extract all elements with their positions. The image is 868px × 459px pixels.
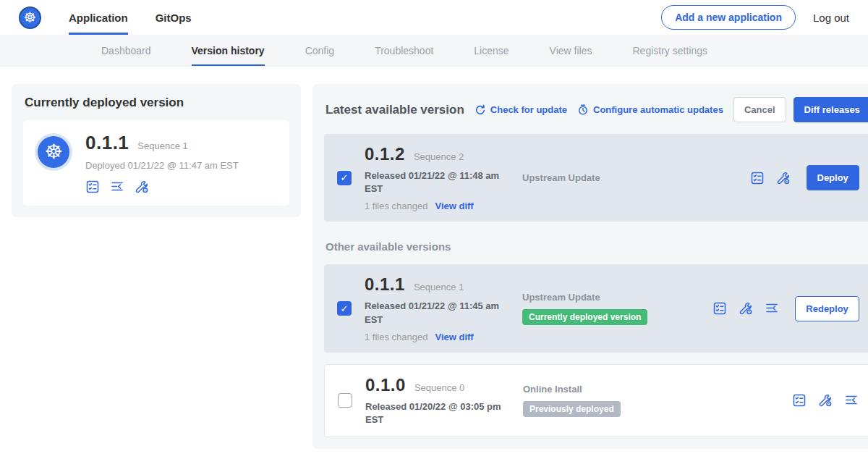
version-info: 0.1.1 Sequence 1 Released 01/21/22 @ 11:… <box>365 274 522 342</box>
tab-dashboard[interactable]: Dashboard <box>101 35 151 66</box>
version-source: Upstream Update Currently deployed versi… <box>522 292 680 325</box>
version-select-checkbox[interactable] <box>338 393 352 408</box>
view-diff-link[interactable]: View diff <box>435 201 473 211</box>
version-number: 0.1.0 <box>365 375 406 395</box>
sequence-label: Sequence 1 <box>414 282 464 292</box>
top-tab-application[interactable]: Application <box>69 0 128 35</box>
configure-automatic-updates-label: Configure automatic updates <box>593 104 723 115</box>
deployed-sequence-label: Sequence 1 <box>137 140 187 151</box>
version-row: 0.1.0 Sequence 0 Released 01/20/22 @ 03:… <box>324 364 868 437</box>
tab-version-history[interactable]: Version history <box>192 35 265 66</box>
version-actions: Redeploy <box>712 296 859 321</box>
version-info: 0.1.2 Sequence 2 Released 01/21/22 @ 11:… <box>365 144 522 211</box>
deployed-version-number: 0.1.1 <box>85 132 129 154</box>
version-number: 0.1.2 <box>365 144 405 164</box>
diff-controls: Cancel Diff releases <box>733 97 868 122</box>
release-notes-icon[interactable] <box>792 393 807 408</box>
released-timestamp: Released 01/20/22 @ 03:05 pm EST <box>365 400 510 426</box>
currently-deployed-badge: Currently deployed version <box>522 309 647 325</box>
version-actions <box>792 393 859 408</box>
config-icon[interactable] <box>739 301 753 316</box>
config-icon[interactable] <box>818 393 833 408</box>
released-timestamp: Released 01/21/22 @ 11:48 am EST <box>365 169 509 195</box>
check-for-update-label: Check for update <box>490 104 567 115</box>
tab-troubleshoot[interactable]: Troubleshoot <box>375 35 433 66</box>
redeploy-button[interactable]: Redeploy <box>795 296 859 321</box>
main-content: Currently deployed version 0.1.1 Sequenc… <box>0 67 868 459</box>
version-source: Upstream Update <box>522 172 680 183</box>
configure-automatic-updates-link[interactable]: Configure automatic updates <box>577 104 723 116</box>
app-logo-icon <box>38 136 69 168</box>
source-label: Online Install <box>523 384 681 395</box>
currently-deployed-card: Currently deployed version 0.1.1 Sequenc… <box>12 84 301 217</box>
source-label: Upstream Update <box>522 172 680 183</box>
deployed-version-tile: 0.1.1 Sequence 1 Deployed 01/21/22 @ 11:… <box>23 120 289 206</box>
add-new-application-button[interactable]: Add a new application <box>661 5 796 30</box>
tab-view-files[interactable]: View files <box>550 35 592 66</box>
tab-license[interactable]: License <box>474 35 509 66</box>
latest-version-panel: Latest available version Check for updat… <box>312 84 868 449</box>
latest-version-title: Latest available version <box>326 103 464 117</box>
release-notes-icon[interactable] <box>712 301 727 316</box>
logs-icon[interactable] <box>844 393 859 408</box>
deployed-timestamp: Deployed 01/21/22 @ 11:47 am EST <box>85 160 239 171</box>
config-icon[interactable] <box>135 180 149 194</box>
release-notes-icon[interactable] <box>85 180 100 194</box>
app-subnav: Dashboard Version history Config Trouble… <box>0 35 868 67</box>
deploy-button[interactable]: Deploy <box>807 165 859 190</box>
release-notes-icon[interactable] <box>750 171 765 185</box>
diff-releases-button[interactable]: Diff releases <box>793 97 868 122</box>
tab-config[interactable]: Config <box>305 35 334 66</box>
refresh-icon <box>475 104 486 116</box>
view-diff-link[interactable]: View diff <box>435 332 473 342</box>
version-row: 0.1.1 Sequence 1 Released 01/21/22 @ 11:… <box>324 264 868 352</box>
sequence-label: Sequence 2 <box>414 151 464 162</box>
previously-deployed-badge: Previously deployed <box>523 401 621 417</box>
logs-icon[interactable] <box>765 301 779 316</box>
tab-registry-settings[interactable]: Registry settings <box>632 35 707 66</box>
source-label: Upstream Update <box>522 292 680 303</box>
version-select-checkbox[interactable] <box>337 301 352 316</box>
deployed-actions <box>85 180 239 194</box>
version-row: 0.1.2 Sequence 2 Released 01/21/22 @ 11:… <box>324 134 868 222</box>
schedule-clock-icon <box>577 104 589 116</box>
cancel-button[interactable]: Cancel <box>733 97 786 122</box>
top-navbar: Application GitOps Add a new application… <box>0 0 868 35</box>
kubernetes-logo-icon <box>19 7 41 29</box>
files-changed-label: 1 files changed <box>365 332 427 342</box>
version-info: 0.1.0 Sequence 0 Released 01/20/22 @ 03:… <box>365 375 523 426</box>
check-for-update-link[interactable]: Check for update <box>475 104 567 116</box>
topnav-right: Add a new application Log out <box>661 5 849 30</box>
version-number: 0.1.1 <box>365 274 405 295</box>
version-source: Online Install Previously deployed <box>523 384 681 417</box>
config-icon[interactable] <box>776 171 791 185</box>
top-tab-gitops[interactable]: GitOps <box>156 0 192 35</box>
files-changed-label: 1 files changed <box>365 201 427 211</box>
sequence-label: Sequence 0 <box>414 382 464 393</box>
logs-icon[interactable] <box>110 180 124 194</box>
version-actions: Deploy <box>750 165 859 190</box>
other-versions-heading: Other available versions <box>326 240 868 253</box>
latest-version-header: Latest available version Check for updat… <box>324 96 868 122</box>
logout-link[interactable]: Log out <box>813 12 849 24</box>
currently-deployed-title: Currently deployed version <box>25 96 288 110</box>
released-timestamp: Released 01/21/22 @ 11:45 am EST <box>365 300 509 326</box>
deployed-version-details: 0.1.1 Sequence 1 Deployed 01/21/22 @ 11:… <box>85 132 239 194</box>
version-select-checkbox[interactable] <box>337 171 352 185</box>
